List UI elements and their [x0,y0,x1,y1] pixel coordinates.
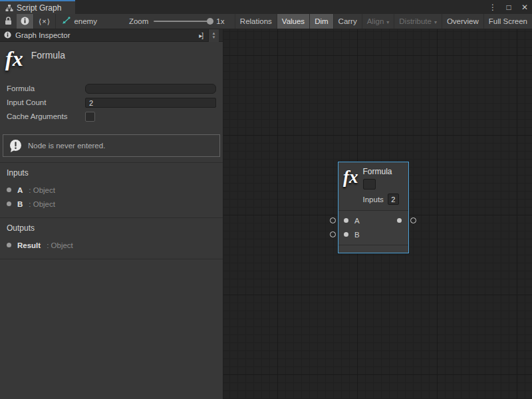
graph-name-label: enemy [74,17,97,25]
zoom-value: 1x [216,17,224,25]
warning-text: Node is never entered. [28,142,105,150]
code-preview-button[interactable]: ⟨×⟩ [34,14,55,29]
external-port-circle-result[interactable] [410,217,416,223]
zoom-label: Zoom [129,17,148,25]
chevron-down-icon: ▾ [386,19,389,25]
tab-script-graph[interactable]: Script Graph [0,0,75,14]
toolbar-button-fullscreen[interactable]: Full Screen [484,14,532,29]
button-label: Overview [447,17,479,25]
port-type: Object [51,241,73,249]
inspector-fields: Formula Input Count 2 Cache Arguments [0,78,223,126]
warning-bubble-icon [9,139,23,153]
zoom-slider-handle[interactable] [207,18,213,25]
toolbar-button-values[interactable]: Values [277,14,310,29]
field-row-input-count: Input Count 2 [7,96,216,109]
toolbar-button-dim[interactable]: Dim [310,14,333,29]
zoom-slider[interactable] [154,21,211,22]
port-name: B [17,200,23,208]
script-graph-asset-icon [62,17,70,26]
input-item-a: A : Object [7,183,216,197]
output-item-result: Result : Object [7,238,216,252]
port-name: Result [17,241,41,249]
input-port-a[interactable] [344,218,348,223]
code-icon: ⟨×⟩ [39,17,51,26]
button-label: Full Screen [489,17,527,25]
window-close-icon[interactable]: ✕ [520,3,529,12]
button-label: Align [367,17,384,25]
toolbar-button-carry[interactable]: Carry [334,14,362,29]
port-type: Object [33,200,55,208]
outputs-section: Outputs Result : Object [0,217,223,259]
port-bullet-icon [7,201,11,206]
inspector-empty-area [0,259,223,399]
field-row-formula: Formula [7,82,216,95]
formula-input[interactable] [85,84,216,94]
formula-fx-icon: fx [5,49,23,68]
formula-node[interactable]: fx Formula Inputs 2 A B [338,162,409,253]
panel-scroll-spinner[interactable]: ▲ ▼ [208,29,219,42]
port-name: A [17,186,23,194]
inspector-node-title: Formula [31,50,65,61]
cache-arguments-checkbox[interactable] [85,112,95,122]
node-formula-input[interactable] [363,179,376,190]
port-separator: : [29,186,31,194]
node-inputs-label: Inputs [363,196,384,203]
field-row-cache-arguments: Cache Arguments [7,110,216,123]
port-bullet-icon [7,243,11,247]
field-label: Cache Arguments [7,112,85,120]
window-menu-icon[interactable]: ⋮ [488,3,497,12]
lock-button[interactable] [0,14,17,29]
button-label: Distribute [399,17,432,25]
formula-fx-icon: fx [343,168,358,210]
button-label: Dim [315,17,328,25]
button-label: Values [282,17,305,25]
graph-canvas[interactable]: fx Formula Inputs 2 A B [223,29,532,399]
graph-inspector-panel: Graph Inspector ▸] ▲ ▼ fx Formula Formul… [0,29,223,399]
graph-toolbar: ⟨×⟩ enemy Zoom 1x Relations Valu [0,14,532,29]
node-title: Formula [363,167,399,176]
toolbar-button-distribute[interactable]: Distribute ▾ [394,14,442,29]
warning-banner: Node is never entered. [3,134,220,157]
arrow-down-icon[interactable]: ▼ [212,35,216,39]
field-label: Formula [7,84,85,92]
inspector-toggle-button[interactable] [17,14,34,29]
port-label: B [354,231,360,239]
button-label: Carry [338,17,357,25]
node-inputs-count-input[interactable]: 2 [388,194,399,205]
inspector-header: Graph Inspector ▸] ▲ ▼ [0,29,223,42]
port-separator: : [47,241,49,249]
tab-label: Script Graph [17,3,61,13]
toolbar-button-align[interactable]: Align ▾ [362,14,395,29]
input-count-input[interactable]: 2 [85,98,216,108]
port-type: Object [33,186,55,194]
node-title-block: fx Formula [0,42,223,78]
external-port-circle-a[interactable] [330,217,336,223]
outputs-header: Outputs [7,223,216,233]
input-port-b[interactable] [344,232,348,237]
formula-node-header[interactable]: fx Formula Inputs 2 [338,162,408,211]
inputs-section: Inputs A : Object B : Object [0,162,223,217]
field-label: Input Count [7,98,85,106]
unity-visual-scripting-window: Script Graph ⋮ □ ✕ [0,0,532,399]
zoom-control: Zoom 1x [122,14,231,29]
toolbar-button-relations[interactable]: Relations [235,14,277,29]
tab-bar: Script Graph ⋮ □ ✕ [0,0,532,14]
input-item-b: B : Object [7,197,216,211]
port-separator: : [29,200,31,208]
inputs-header: Inputs [7,168,216,178]
toolbar-button-overview[interactable]: Overview [442,14,484,29]
dock-panel-icon[interactable]: ▸] [198,32,204,39]
window-controls: ⋮ □ ✕ [488,0,529,14]
info-icon [21,17,29,27]
chevron-down-icon: ▾ [434,19,437,25]
node-footer [338,245,408,252]
output-port-result[interactable] [397,218,402,223]
window-maximize-icon[interactable]: □ [504,3,513,12]
inspector-title: Graph Inspector [15,31,70,39]
graph-breadcrumb[interactable]: enemy [55,14,104,29]
input-port-row-b: B [338,227,408,241]
button-label: Relations [240,17,272,25]
port-label: A [354,217,360,225]
node-ports-section: A B [338,211,408,245]
external-port-circle-b[interactable] [330,231,336,237]
